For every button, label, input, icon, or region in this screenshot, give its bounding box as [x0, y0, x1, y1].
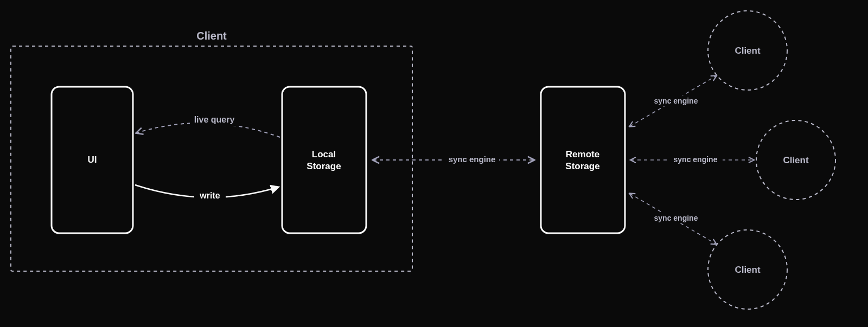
edge-sync-local-remote-label: sync engine — [449, 155, 496, 164]
ui-label: UI — [88, 155, 97, 165]
edge-sync-remote-b-label: sync engine — [674, 155, 718, 164]
client-container-title: Client — [196, 30, 227, 42]
client-circle-a-label: Client — [735, 46, 761, 56]
client-circle-c: Client — [708, 230, 787, 309]
client-circle-b-label: Client — [783, 155, 809, 165]
svg-rect-5 — [541, 87, 625, 233]
edge-write: write — [135, 185, 278, 202]
edge-live-query-label: live query — [194, 115, 235, 124]
client-circle-c-label: Client — [735, 265, 761, 275]
svg-rect-2 — [282, 87, 366, 233]
ui-box: UI — [52, 87, 133, 233]
local-storage-box: Local Storage — [282, 87, 366, 233]
edge-sync-remote-c: sync engine — [630, 194, 716, 244]
edge-sync-remote-a-label: sync engine — [654, 97, 698, 105]
remote-storage-label-2: Storage — [565, 161, 599, 171]
local-storage-label-1: Local — [312, 149, 336, 159]
edge-sync-local-remote: sync engine — [373, 153, 534, 165]
client-circle-b: Client — [756, 120, 835, 200]
edge-sync-remote-c-label: sync engine — [654, 214, 698, 222]
local-storage-label-2: Storage — [307, 161, 341, 171]
remote-storage-label-1: Remote — [566, 149, 599, 159]
client-circle-a: Client — [708, 11, 787, 90]
edge-sync-remote-b: sync engine — [631, 154, 754, 165]
architecture-diagram: Client UI Local Storage live query write… — [0, 0, 868, 327]
remote-storage-box: Remote Storage — [541, 87, 625, 233]
edge-live-query: live query — [137, 114, 280, 137]
edge-sync-remote-a: sync engine — [630, 76, 716, 126]
edge-write-label: write — [199, 191, 220, 200]
